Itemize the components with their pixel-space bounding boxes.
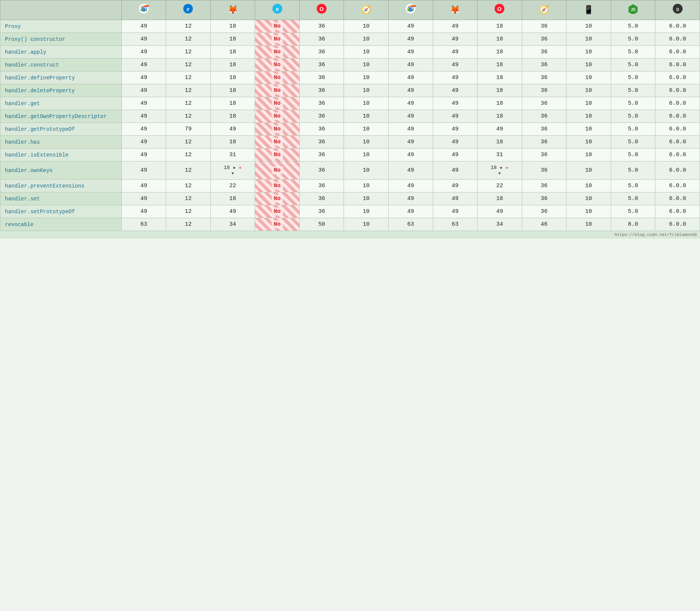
version-cell: 49 xyxy=(121,59,166,71)
version-cell: 10 xyxy=(344,149,389,161)
version-cell: 5.0 xyxy=(611,123,655,136)
version-cell: 49 xyxy=(478,205,522,218)
version-cell: 49 xyxy=(121,180,166,192)
version-cell: 8.0 xyxy=(611,218,655,231)
svg-text:D: D xyxy=(676,8,679,12)
version-cell: 36 xyxy=(299,33,344,46)
version-cell: 49 xyxy=(389,205,433,218)
version-cell: 36 xyxy=(299,84,344,97)
version-cell: 22 xyxy=(210,180,255,192)
version-cell: 49 xyxy=(389,71,433,84)
firefox-android-col-header: 🦊 xyxy=(433,0,478,20)
version-cell: 12 xyxy=(166,97,211,110)
version-cell: 18 xyxy=(210,136,255,149)
version-cell: 5.0 xyxy=(611,97,655,110)
table-row: handler.construct491218No361049491836105… xyxy=(0,59,700,71)
chrome-icon xyxy=(138,3,149,17)
version-cell: 36 xyxy=(522,123,566,136)
version-cell: 12 xyxy=(166,71,211,84)
nodejs-col-header: JS xyxy=(611,0,655,20)
firefox-icon: 🦊 xyxy=(228,5,238,15)
ie-icon: e xyxy=(272,3,283,17)
version-cell: 49 xyxy=(433,161,478,180)
version-cell: 18 ★ ★▼ xyxy=(210,161,255,180)
version-cell: 18 xyxy=(210,192,255,205)
version-cell: 10 xyxy=(566,205,611,218)
version-cell: 10 xyxy=(566,71,611,84)
svg-text:e: e xyxy=(276,6,279,12)
feature-name-cell: Proxy() constructor xyxy=(0,33,122,46)
version-cell: 49 xyxy=(389,46,433,59)
version-cell: 18 xyxy=(210,97,255,110)
no-support-cell: No xyxy=(255,123,300,136)
version-cell: 10 xyxy=(344,123,389,136)
feature-name-cell: handler.ownKeys xyxy=(0,161,122,180)
version-cell: 6.0.0 xyxy=(655,136,700,149)
version-cell: 36 xyxy=(299,149,344,161)
version-cell: 49 xyxy=(433,136,478,149)
version-cell: 36 xyxy=(299,59,344,71)
feature-name-cell: handler.getPrototypeOf xyxy=(0,123,122,136)
version-cell: 49 xyxy=(389,180,433,192)
version-cell: 10 xyxy=(566,20,611,33)
version-cell: 10 xyxy=(344,97,389,110)
edge-icon: e xyxy=(183,3,193,17)
deno-icon: D xyxy=(672,3,683,17)
version-cell: 10 xyxy=(344,84,389,97)
version-cell: 49 xyxy=(210,123,255,136)
version-cell: 49 xyxy=(389,136,433,149)
feature-name-cell: handler.has xyxy=(0,136,122,149)
version-cell: 6.0.0 xyxy=(655,84,700,97)
version-cell: 18 xyxy=(210,46,255,59)
version-cell: 10 xyxy=(566,136,611,149)
safari-col-header: 🧭 xyxy=(344,0,389,20)
no-support-cell: No xyxy=(255,20,300,33)
feature-col-header xyxy=(0,0,122,20)
feature-name-cell: handler.getOwnPropertyDescriptor xyxy=(0,110,122,123)
version-cell: 36 xyxy=(299,20,344,33)
svg-point-11 xyxy=(409,7,412,10)
header-row: e 🦊 e xyxy=(0,0,700,20)
version-cell: 12 xyxy=(166,192,211,205)
chrome-android-icon xyxy=(405,3,416,17)
version-cell: 10 xyxy=(566,97,611,110)
version-cell: 10 xyxy=(566,123,611,136)
version-cell: 36 xyxy=(522,149,566,161)
version-cell: 49 xyxy=(121,46,166,59)
feature-name-cell: handler.defineProperty xyxy=(0,71,122,84)
version-cell: 10 xyxy=(566,84,611,97)
version-cell: 49 xyxy=(121,192,166,205)
version-cell: 36 xyxy=(522,161,566,180)
version-cell: 63 xyxy=(121,218,166,231)
opera-android-icon: O xyxy=(494,3,505,17)
version-cell: 10 xyxy=(566,218,611,231)
version-cell: 10 xyxy=(344,110,389,123)
opera-col-header: O xyxy=(299,0,344,20)
version-cell: 6.0.0 xyxy=(655,218,700,231)
version-cell: 18 xyxy=(478,20,522,33)
no-support-cell: No xyxy=(255,33,300,46)
version-cell: 10 xyxy=(344,136,389,149)
version-cell: 46 xyxy=(522,218,566,231)
version-cell: 31 xyxy=(478,149,522,161)
table-row: handler.has491218No361049491836105.06.0.… xyxy=(0,136,700,149)
version-cell: 49 xyxy=(389,110,433,123)
version-cell: 49 xyxy=(121,149,166,161)
version-cell: 12 xyxy=(166,110,211,123)
version-cell: 10 xyxy=(344,20,389,33)
version-cell: 18 xyxy=(478,59,522,71)
table-row: handler.getOwnPropertyDescriptor491218No… xyxy=(0,110,700,123)
version-cell: 18 xyxy=(478,136,522,149)
version-cell: 36 xyxy=(522,33,566,46)
version-cell: 36 xyxy=(299,71,344,84)
version-cell: 49 xyxy=(389,123,433,136)
version-cell: 12 xyxy=(166,136,211,149)
version-cell: 10 xyxy=(344,218,389,231)
version-cell: 36 xyxy=(299,205,344,218)
feature-name-cell: revocable xyxy=(0,218,122,231)
no-support-cell: No xyxy=(255,84,300,97)
table-row: handler.apply491218No361049491836105.06.… xyxy=(0,46,700,59)
table-row: handler.setPrototypeOf491249No3610494949… xyxy=(0,205,700,218)
version-cell: 49 xyxy=(433,20,478,33)
feature-name-cell: handler.set xyxy=(0,192,122,205)
